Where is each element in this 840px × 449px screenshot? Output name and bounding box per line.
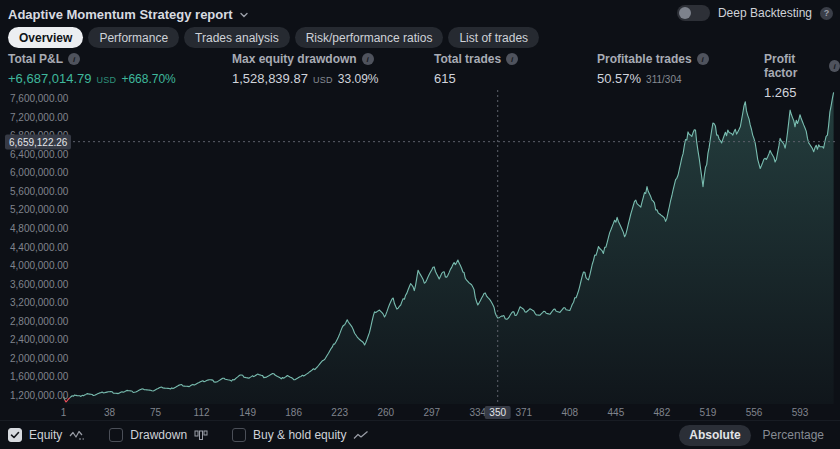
x-axis-tick: 445	[608, 407, 625, 418]
equity-checkbox[interactable]	[8, 428, 22, 442]
x-axis-tick: 593	[792, 407, 809, 418]
y-axis-tick: 5,200,000.00	[10, 204, 68, 215]
y-axis-tick: 4,400,000.00	[10, 241, 68, 252]
x-axis-tick: 350	[484, 407, 511, 418]
summary-stats: Total P&L i +6,687,014.79 USD +668.70% M…	[0, 50, 840, 88]
x-axis-tick: 482	[654, 407, 671, 418]
info-icon[interactable]: i	[829, 60, 840, 72]
check-icon	[10, 430, 20, 440]
buy-hold-checkbox[interactable]	[232, 428, 246, 442]
x-axis-tick: 519	[700, 407, 717, 418]
x-axis-tick: 223	[331, 407, 348, 418]
strategy-tester-panel: Adaptive Momentum Strategy report Deep B…	[0, 0, 840, 449]
equity-curve-chart[interactable]: 7,600,000.007,200,000.006,800,000.006,40…	[0, 88, 840, 420]
drawdown-checkbox-item[interactable]: Drawdown	[109, 428, 208, 442]
y-axis-tick: 7,200,000.00	[10, 111, 68, 122]
tab-overview[interactable]: Overview	[8, 27, 83, 48]
stat-profitable-trades: Profitable trades i 50.57% 311/304	[597, 52, 709, 86]
equity-label: Equity	[29, 428, 62, 442]
chevron-down-icon	[239, 10, 249, 20]
tab-performance[interactable]: Performance	[88, 27, 179, 48]
y-axis-tick: 5,600,000.00	[10, 185, 68, 196]
x-axis-tick: 408	[562, 407, 579, 418]
stat-label: Total P&L	[8, 52, 63, 66]
stat-unit: USD	[97, 75, 117, 85]
stat-value: 615	[434, 71, 456, 86]
y-axis-tick: 1,600,000.00	[10, 371, 68, 382]
info-icon[interactable]: i	[362, 53, 374, 65]
buy-hold-line-icon	[353, 430, 369, 441]
y-axis-tick: 1,200,000.00	[10, 390, 68, 401]
deep-backtesting-control: Deep Backtesting ?	[677, 5, 833, 21]
stat-max-drawdown: Max equity drawdown i 1,528,839.87 USD 3…	[232, 52, 379, 86]
y-axis-tick: 4,000,000.00	[10, 260, 68, 271]
y-axis-tick: 6,000,000.00	[10, 167, 68, 178]
x-axis-tick: 186	[285, 407, 302, 418]
x-axis-tick: 38	[104, 407, 115, 418]
y-axis-tick: 3,200,000.00	[10, 297, 68, 308]
stat-value: 50.57%	[597, 71, 641, 86]
y-axis-tick: 7,600,000.00	[10, 93, 68, 104]
equity-line-icon	[69, 430, 85, 441]
stat-label: Profit factor	[764, 52, 824, 80]
x-axis-tick: 149	[239, 407, 256, 418]
info-icon[interactable]: i	[68, 53, 80, 65]
buy-hold-label: Buy & hold equity	[253, 428, 346, 442]
stat-total-trades: Total trades i 615	[434, 52, 518, 86]
drawdown-checkbox[interactable]	[109, 428, 123, 442]
x-axis-tick: 112	[194, 407, 210, 418]
x-axis-tick: 297	[423, 407, 440, 418]
absolute-mode-button[interactable]: Absolute	[679, 425, 750, 446]
info-icon[interactable]: i	[697, 53, 709, 65]
stat-sub: 311/304	[646, 74, 681, 85]
buy-hold-checkbox-item[interactable]: Buy & hold equity	[232, 428, 369, 442]
stat-label: Max equity drawdown	[232, 52, 357, 66]
crosshair-price-badge: 6,659,122.26	[5, 134, 71, 149]
deep-backtesting-label: Deep Backtesting	[718, 6, 812, 20]
tab-risk-performance-ratios[interactable]: Risk/performance ratios	[295, 27, 444, 48]
x-axis-tick: 556	[746, 407, 763, 418]
equity-checkbox-item[interactable]: Equity	[8, 428, 85, 442]
help-icon[interactable]: ?	[820, 7, 833, 20]
y-axis-tick: 2,000,000.00	[10, 352, 68, 363]
stat-extra: +668.70%	[121, 72, 175, 86]
display-mode-switch: Absolute Percentage	[679, 425, 834, 446]
toggle-knob	[679, 7, 691, 19]
report-title-dropdown[interactable]: Adaptive Momentum Strategy report	[8, 7, 249, 22]
y-axis-tick: 4,800,000.00	[10, 222, 68, 233]
y-axis-tick: 6,400,000.00	[10, 148, 68, 159]
y-axis-tick: 2,800,000.00	[10, 315, 68, 326]
series-toggles: Equity Drawdown	[8, 428, 369, 442]
drawdown-bars-icon	[194, 430, 208, 441]
deep-backtesting-toggle[interactable]	[677, 5, 710, 21]
stat-total-pnl: Total P&L i +6,687,014.79 USD +668.70%	[8, 52, 176, 86]
stat-label: Profitable trades	[597, 52, 692, 66]
percentage-mode-button[interactable]: Percentage	[753, 425, 834, 446]
x-axis-tick: 1	[61, 407, 67, 418]
x-axis-tick: 371	[515, 407, 532, 418]
y-axis-tick: 3,600,000.00	[10, 278, 68, 289]
info-icon[interactable]: i	[506, 53, 518, 65]
chart-controls-bar: Equity Drawdown	[0, 420, 840, 449]
stat-value: +6,687,014.79	[8, 71, 92, 86]
x-axis-tick: 75	[150, 407, 161, 418]
tab-list-of-trades[interactable]: List of trades	[448, 27, 539, 48]
tab-trades-analysis[interactable]: Trades analysis	[184, 27, 290, 48]
stat-label: Total trades	[434, 52, 501, 66]
stat-extra: 33.09%	[338, 72, 379, 86]
stat-unit: USD	[313, 75, 333, 85]
report-tabs: Overview Performance Trades analysis Ris…	[8, 27, 539, 48]
x-axis-tick: 260	[377, 407, 394, 418]
stat-value: 1,528,839.87	[232, 71, 308, 86]
equity-curve-plot	[0, 88, 840, 420]
report-title: Adaptive Momentum Strategy report	[8, 7, 233, 22]
y-axis-tick: 2,400,000.00	[10, 334, 68, 345]
report-header: Adaptive Momentum Strategy report Deep B…	[0, 0, 840, 28]
drawdown-label: Drawdown	[130, 428, 187, 442]
